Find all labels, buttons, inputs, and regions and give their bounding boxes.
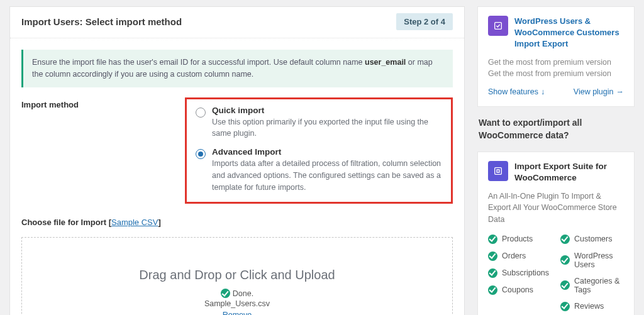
sidebar-card-premium: WordPress Users & WooCommerce Customers … xyxy=(477,6,635,107)
methods-box-highlight: Quick import Use this option primarily i… xyxy=(185,97,453,204)
check-icon xyxy=(560,302,570,311)
check-icon xyxy=(488,285,497,295)
dropzone-done: Done. xyxy=(233,289,253,298)
sample-csv-link[interactable]: Sample CSV xyxy=(111,218,158,227)
main-panel: Import Users: Select import method Step … xyxy=(9,6,465,315)
radio-advanced-import[interactable]: Advanced Import Imports data after a det… xyxy=(196,147,442,193)
radio-circle-selected-icon xyxy=(196,149,206,159)
suite-card-desc: An All-In-One Plugin To Import & Export … xyxy=(488,191,624,226)
radio-circle-icon xyxy=(196,108,206,118)
premium-card-title[interactable]: WordPress Users & WooCommerce Customers … xyxy=(514,16,624,50)
check-icon xyxy=(488,235,497,244)
features-grid: Products Orders Subscriptions Coupons Cu… xyxy=(488,235,624,311)
check-icon xyxy=(488,268,497,278)
import-method-label: Import method xyxy=(21,97,185,204)
svg-rect-1 xyxy=(495,168,502,175)
sidebar-section-title: Want to export/import all WooCommerce da… xyxy=(479,117,633,141)
feature-item: WordPress Users xyxy=(560,251,624,269)
feature-item: Reviews xyxy=(560,302,624,311)
notice-text-bold: user_email xyxy=(365,58,406,67)
dropzone-title: Drag and Drop or Click and Upload xyxy=(35,268,440,282)
uploaded-file-name: Sample_Users.csv xyxy=(35,299,440,308)
step-badge: Step 2 of 4 xyxy=(396,13,453,30)
view-plugin-link[interactable]: View plugin → xyxy=(574,87,624,96)
feature-item: Subscriptions xyxy=(488,268,552,278)
radio-quick-import[interactable]: Quick import Use this option primarily i… xyxy=(196,106,442,140)
feature-item: Customers xyxy=(560,235,624,244)
file-dropzone[interactable]: Drag and Drop or Click and Upload Done. … xyxy=(21,237,453,315)
feature-item: Orders xyxy=(488,251,552,261)
check-icon xyxy=(560,255,570,265)
suite-icon xyxy=(488,161,508,181)
feature-item: Coupons xyxy=(488,285,552,295)
check-icon xyxy=(488,251,497,261)
suite-card-title: Import Export Suite for WooCommerce xyxy=(514,161,624,184)
feature-item: Categories & Tags xyxy=(560,277,624,294)
plugin-icon xyxy=(488,16,508,36)
panel-header: Import Users: Select import method Step … xyxy=(10,7,464,38)
arrow-down-icon: ↓ xyxy=(541,87,545,96)
arrow-right-icon: → xyxy=(616,87,625,96)
choose-file-label: Choose file for Import [Sample CSV] xyxy=(21,218,161,227)
check-icon xyxy=(560,280,570,290)
sidebar: WordPress Users & WooCommerce Customers … xyxy=(477,6,635,315)
advanced-import-desc: Imports data after a detailed process of… xyxy=(212,158,442,193)
check-icon xyxy=(560,235,570,244)
quick-import-title: Quick import xyxy=(212,106,442,115)
advanced-import-title: Advanced Import xyxy=(212,147,442,157)
sidebar-card-suite: Import Export Suite for WooCommerce An A… xyxy=(477,152,635,315)
info-notice: Ensure the import file has the user's em… xyxy=(21,50,453,87)
check-icon xyxy=(221,289,230,298)
remove-file-link[interactable]: Remove xyxy=(35,311,440,315)
show-features-link[interactable]: Show features ↓ xyxy=(488,87,545,96)
premium-card-desc: Get the most from premium version Get th… xyxy=(488,57,624,80)
svg-rect-0 xyxy=(495,23,502,30)
feature-item: Products xyxy=(488,235,552,244)
notice-text-pre: Ensure the import file has the user's em… xyxy=(32,58,365,67)
quick-import-desc: Use this option primarily if you exporte… xyxy=(212,116,442,140)
page-title: Import Users: Select import method xyxy=(21,16,182,27)
